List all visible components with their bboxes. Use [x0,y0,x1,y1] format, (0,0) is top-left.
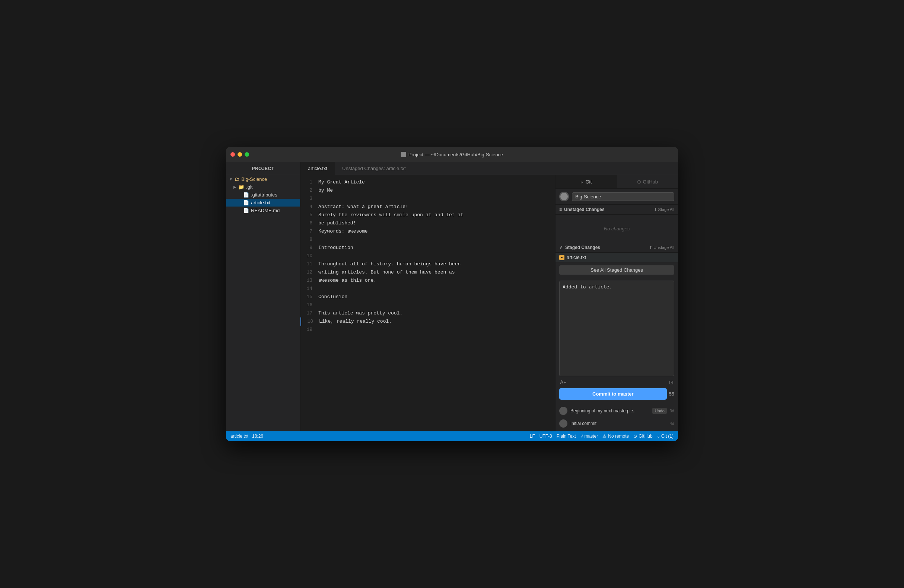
sidebar-item-gitattributes[interactable]: 📄 .gitattributes [226,191,300,199]
titlebar: Project — ~/Documents/GitHub/Big-Science [226,147,678,162]
commit-history-item[interactable]: Initial commit 4d [556,417,678,430]
commit-time: 3d [670,408,674,413]
commit-avatar [559,407,567,415]
statusbar-position[interactable]: 18:26 [252,434,263,439]
statusbar-file[interactable]: article.txt [231,434,248,439]
code-line: 11Throughout all of history, human being… [300,260,555,268]
repo-selector: Big-Science [556,189,678,205]
git-icon: ⬦ [657,434,660,439]
code-line: 16 [300,301,555,309]
commit-message-input[interactable]: Added to article. [559,281,674,376]
unstage-icon: ⬆ [649,245,652,250]
statusbar-encoding[interactable]: UTF-8 [539,434,552,439]
stage-all-button[interactable]: ⬇ Stage All [654,207,674,212]
repo-select[interactable]: Big-Science [572,192,674,201]
code-line: 17This article was pretty cool. [300,309,555,317]
add-coauthor-button[interactable]: A+ [559,378,567,386]
unstage-all-button[interactable]: ⬆ Unstage All [649,245,674,250]
github-icon: ⊙ [633,434,637,439]
code-line: 6be published! [300,219,555,227]
see-all-staged-button[interactable]: See All Staged Changes [559,265,674,275]
right-panel: ⬦ Git ⊙ GitHub Big-Science [555,175,678,431]
unstaged-title: ≡ Unstaged Changes [559,207,605,212]
commit-avatar [559,419,567,427]
statusbar-github[interactable]: ⊙ GitHub [633,434,652,439]
code-line: 14 [300,285,555,293]
code-line: 15Conclusion [300,293,555,301]
code-line: 5Surely the reviewers will smile upon it… [300,211,555,219]
unstaged-section: ≡ Unstaged Changes ⬇ Stage All No change… [556,205,678,243]
commit-to-master-button[interactable]: Commit to master [559,388,667,400]
statusbar-eol[interactable]: LF [530,434,535,439]
sidebar-item-article[interactable]: 📄 article.txt [226,199,300,207]
statusbar-no-remote[interactable]: ⚠ No remote [602,434,629,439]
statusbar: article.txt 18:26 LF UTF-8 Plain Text ⑂ … [226,431,678,441]
staged-section: ✓ Staged Changes ⬆ Unstage All ● article… [556,243,678,277]
repo-dropdown-wrapper: Big-Science [572,192,674,201]
maximize-button[interactable] [245,152,249,157]
statusbar-language[interactable]: Plain Text [556,434,576,439]
sidebar-header-tab: Project [226,162,300,175]
expand-button[interactable]: ⊡ [669,378,674,386]
statusbar-git[interactable]: ⬦ Git (1) [657,434,673,439]
stage-icon: ⬇ [654,207,657,212]
staged-file-item[interactable]: ● article.txt [556,253,678,262]
app-window: Project — ~/Documents/GitHub/Big-Science… [226,147,678,441]
commit-message-text: Initial commit [571,421,667,426]
folder-icon: 📁 [238,184,244,190]
github-icon: ⊙ [637,179,641,184]
tab-editor[interactable]: article.txt [300,162,335,175]
tabbar: Project article.txt Unstaged Changes: ar… [226,162,678,175]
chevron-right-icon: ▶ [234,185,236,189]
sidebar: ▼ 🗂 Big-Science ▶ 📁 .git 📄 .gitattribute… [226,175,300,431]
unstaged-header: ≡ Unstaged Changes ⬇ Stage All [556,205,678,215]
minimize-button[interactable] [237,152,242,157]
window-title: Project — ~/Documents/GitHub/Big-Science [401,152,503,158]
staged-header: ✓ Staged Changes ⬆ Unstage All [556,243,678,253]
code-line: 19 [300,326,555,334]
main-content: ▼ 🗂 Big-Science ▶ 📁 .git 📄 .gitattribute… [226,175,678,431]
folder-icon: 🗂 [235,177,239,182]
branch-icon: ⑂ [580,434,583,439]
repo-avatar [559,192,569,201]
commit-time: 4d [670,421,674,426]
document-icon [401,152,406,157]
tab-diff[interactable]: Unstaged Changes: article.txt [335,162,413,175]
list-icon: ≡ [559,207,562,212]
code-line: 10 [300,252,555,260]
undo-button[interactable]: Undo [652,408,667,414]
file-icon: 📄 [243,208,249,213]
editor-content[interactable]: 1My Great Article 2by Me 3 4Abstract: Wh… [300,175,555,431]
chevron-down-icon: ▼ [229,177,233,181]
code-line: 9Introduction [300,244,555,252]
code-line: 4Abstract: What a great article! [300,203,555,211]
sidebar-item-git[interactable]: ▶ 📁 .git [226,183,300,191]
statusbar-left: article.txt 18:26 [231,434,263,439]
code-line: 3 [300,195,555,203]
code-line: 2by Me [300,186,555,195]
file-status-badge: ● [559,255,564,260]
git-icon: ⬦ [580,179,583,184]
code-line: 12writing articles. But none of them hav… [300,268,555,276]
code-line-highlighted: 18Like, really really cool. [300,317,555,326]
commit-area: Added to article. A+ ⊡ Commit to master … [556,277,678,403]
tab-git[interactable]: ⬦ Git [556,175,617,188]
avatar-inner [560,193,568,200]
tab-github[interactable]: ⊙ GitHub [617,175,678,188]
commit-history-item[interactable]: Beginning of my next masterpie... Undo 3… [556,405,678,417]
statusbar-branch[interactable]: ⑂ master [580,434,598,439]
close-button[interactable] [231,152,235,157]
right-tabs: ⬦ Git ⊙ GitHub [556,175,678,189]
staged-title: ✓ Staged Changes [559,245,600,250]
sidebar-item-readme[interactable]: 📄 README.md [226,207,300,214]
sidebar-item-root[interactable]: ▼ 🗂 Big-Science [226,175,300,183]
commit-count: 55 [669,391,674,397]
checkmark-icon: ✓ [559,245,563,250]
code-line: 1My Great Article [300,178,555,186]
code-line: 8 [300,236,555,244]
file-icon: 📄 [243,200,249,205]
statusbar-right: LF UTF-8 Plain Text ⑂ master ⚠ No remote… [530,434,673,439]
commit-actions: A+ ⊡ [559,378,674,386]
editor-area: 1My Great Article 2by Me 3 4Abstract: Wh… [300,175,555,431]
traffic-lights [231,152,249,157]
